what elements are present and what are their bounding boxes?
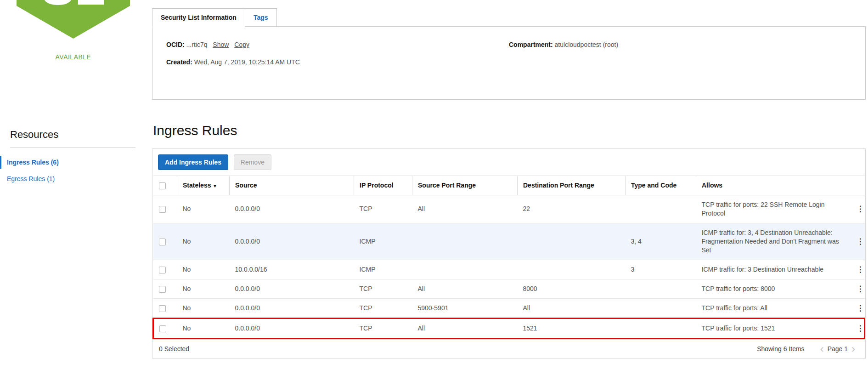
cell-protocol: TCP (354, 298, 412, 318)
created-label: Created: (166, 58, 192, 66)
select-all-cell (153, 176, 177, 195)
panel-right-column: Compartment: atulcloudpoctest (root) (509, 40, 851, 67)
page-indicator: Page 1 (828, 345, 848, 353)
cell-source: 10.0.0.0/16 (230, 260, 354, 279)
cell-src-port: 5900-5901 (412, 298, 518, 318)
row-checkbox[interactable] (159, 286, 166, 293)
row-actions-menu-icon[interactable]: ⋮ (857, 324, 859, 333)
detail-tabs: Security List Information Tags (152, 8, 866, 26)
row-checkbox[interactable] (159, 206, 166, 213)
destination-port-range-header: Destination Port Range (518, 176, 626, 195)
panel-left-column: OCID: ...rtic7q Show Copy Created: Wed, … (166, 40, 509, 67)
ocid-line: OCID: ...rtic7q Show Copy (166, 40, 509, 50)
pagination: Showing 6 Items ‹ Page 1 › (757, 345, 859, 353)
cell-stateless: No (177, 223, 230, 260)
table-header-row: Stateless▾ Source IP Protocol Source Por… (153, 176, 865, 195)
cell-allows: TCP traffic for ports: 22 SSH Remote Log… (696, 195, 851, 223)
page: SL AVAILABLE Resources Ingress Rules (6)… (0, 0, 868, 370)
cell-src-port: All (412, 195, 518, 223)
row-actions-menu-icon[interactable]: ⋮ (857, 304, 859, 313)
cell-stateless: No (177, 279, 230, 298)
add-ingress-rules-button[interactable]: Add Ingress Rules (158, 154, 228, 170)
row-checkbox[interactable] (159, 267, 166, 273)
cell-src-port: All (412, 279, 518, 298)
table-row: No 10.0.0.0/16 ICMP 3 ICMP traffic for: … (153, 260, 865, 279)
table-row-highlighted: No 0.0.0.0/0 TCP All 1521 TCP traffic fo… (153, 318, 865, 338)
select-all-checkbox[interactable] (159, 182, 166, 189)
row-actions-menu-icon[interactable]: ⋮ (857, 285, 859, 293)
cell-source: 0.0.0.0/0 (230, 195, 354, 223)
cell-protocol: ICMP (354, 223, 412, 260)
compartment-value: atulcloudpoctest (root) (555, 41, 619, 48)
cell-source: 0.0.0.0/0 (230, 223, 354, 260)
cell-stateless: No (177, 260, 230, 279)
compartment-line: Compartment: atulcloudpoctest (root) (509, 40, 851, 50)
main-content: Security List Information Tags OCID: ...… (152, 0, 868, 370)
cell-source: 0.0.0.0/0 (230, 318, 354, 338)
stateless-header[interactable]: Stateless▾ (177, 176, 230, 195)
chevron-right-icon[interactable]: › (848, 346, 859, 352)
cell-dst-port: 8000 (518, 279, 626, 298)
cell-src-port (412, 260, 518, 279)
showing-items-count: Showing 6 Items (757, 345, 805, 353)
page-title: Ingress Rules (153, 123, 866, 138)
sidebar-item-ingress-rules[interactable]: Ingress Rules (6) (0, 156, 152, 169)
row-checkbox[interactable] (159, 305, 166, 312)
ocid-copy-link[interactable]: Copy (234, 41, 249, 48)
table-toolbar: Add Ingress Rules Remove (152, 149, 865, 176)
ingress-rules-table: Stateless▾ Source IP Protocol Source Por… (152, 176, 865, 339)
allows-header: Allows (696, 176, 865, 195)
cell-type-code (626, 298, 696, 318)
security-list-information-panel: OCID: ...rtic7q Show Copy Created: Wed, … (152, 26, 866, 100)
tab-security-list-information[interactable]: Security List Information (152, 8, 245, 27)
row-actions-menu-icon[interactable]: ⋮ (857, 265, 859, 274)
chevron-down-icon: ▾ (214, 183, 216, 188)
compartment-label: Compartment: (509, 41, 553, 48)
status-hexagon-icon: SL (17, 0, 130, 39)
cell-dst-port: All (518, 298, 626, 318)
cell-protocol: ICMP (354, 260, 412, 279)
resources-divider (10, 147, 135, 148)
left-column: SL AVAILABLE Resources Ingress Rules (6)… (0, 0, 152, 370)
cell-type-code (626, 195, 696, 223)
cell-allows: TCP traffic for ports: 1521 (696, 318, 851, 338)
sidebar-item-egress-rules[interactable]: Egress Rules (1) (0, 172, 152, 185)
cell-protocol: TCP (354, 279, 412, 298)
table-row: No 0.0.0.0/0 TCP All 8000 TCP traffic fo… (153, 279, 865, 298)
cell-src-port (412, 223, 518, 260)
row-actions-menu-icon[interactable]: ⋮ (857, 205, 859, 213)
cell-allows: TCP traffic for ports: All (696, 298, 851, 318)
cell-dst-port (518, 223, 626, 260)
table-footer: 0 Selected Showing 6 Items ‹ Page 1 › (152, 339, 865, 358)
cell-type-code: 3, 4 (626, 223, 696, 260)
row-actions-menu-icon[interactable]: ⋮ (857, 237, 859, 246)
cell-protocol: TCP (354, 318, 412, 338)
cell-dst-port: 22 (518, 195, 626, 223)
remove-button[interactable]: Remove (234, 154, 271, 170)
cell-allows: ICMP traffic for: 3, 4 Destination Unrea… (696, 223, 851, 260)
row-checkbox[interactable] (159, 325, 166, 332)
row-checkbox[interactable] (159, 239, 166, 245)
cell-stateless: No (177, 318, 230, 338)
cell-type-code (626, 318, 696, 338)
cell-stateless: No (177, 298, 230, 318)
ocid-show-link[interactable]: Show (213, 41, 229, 48)
ocid-label: OCID: (166, 41, 185, 48)
cell-type-code: 3 (626, 260, 696, 279)
cell-source: 0.0.0.0/0 (230, 279, 354, 298)
cell-allows: TCP traffic for ports: 8000 (696, 279, 851, 298)
resources-nav: Ingress Rules (6) Egress Rules (1) (0, 156, 152, 185)
table-row: No 0.0.0.0/0 ICMP 3, 4 ICMP traffic for:… (153, 223, 865, 260)
cell-type-code (626, 279, 696, 298)
cell-dst-port: 1521 (518, 318, 626, 338)
created-line: Created: Wed, Aug 7, 2019, 10:25:14 AM U… (166, 57, 509, 67)
created-value: Wed, Aug 7, 2019, 10:25:14 AM UTC (194, 58, 300, 66)
chevron-left-icon[interactable]: ‹ (817, 346, 828, 352)
table-row: No 0.0.0.0/0 TCP All 22 TCP traffic for … (153, 195, 865, 223)
cell-stateless: No (177, 195, 230, 223)
ocid-value: ...rtic7q (186, 41, 208, 48)
source-header: Source (230, 176, 354, 195)
type-and-code-header: Type and Code (626, 176, 696, 195)
tab-tags[interactable]: Tags (245, 8, 277, 27)
table-row: No 0.0.0.0/0 TCP 5900-5901 All TCP traff… (153, 298, 865, 318)
